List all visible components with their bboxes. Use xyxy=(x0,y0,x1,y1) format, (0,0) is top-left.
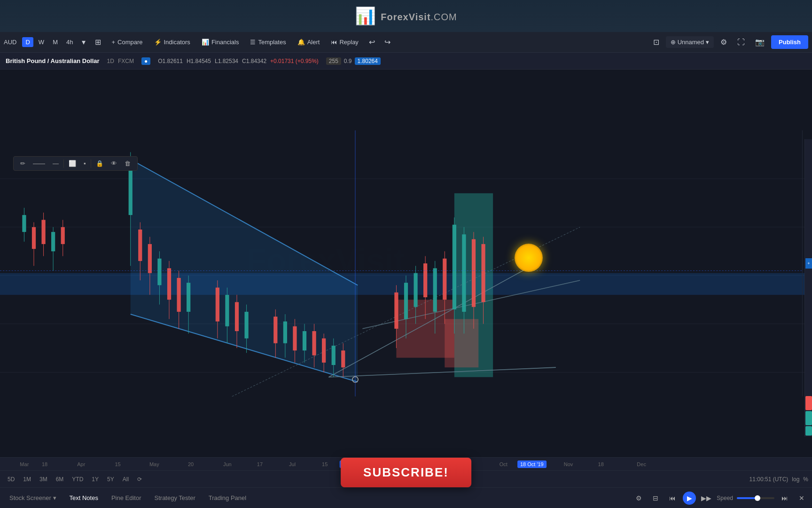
redo-button[interactable]: ↪ xyxy=(381,35,394,49)
tab-stock-screener[interactable]: Stock Screener ▾ xyxy=(4,492,62,504)
tab-strategy-tester[interactable]: Strategy Tester xyxy=(149,492,201,504)
templates-button[interactable]: ☰ Templates xyxy=(245,36,290,48)
svg-rect-34 xyxy=(148,244,152,273)
period-1m[interactable]: 1M xyxy=(19,474,35,484)
time-label-18b: 18 xyxy=(598,461,604,467)
replay-label: Replay xyxy=(339,39,358,46)
lock-button[interactable]: 🔒 xyxy=(93,159,106,168)
unnamed-label: Unnamed xyxy=(678,39,704,46)
layout-icon[interactable]: ⊡ xyxy=(649,35,663,49)
svg-rect-56 xyxy=(293,326,297,350)
financials-button[interactable]: 📊 Financials xyxy=(197,36,244,48)
speed-slider[interactable] xyxy=(737,497,774,499)
chart-icon: 📊 xyxy=(355,6,376,26)
replay-settings-icon[interactable]: ⚙ xyxy=(632,492,645,505)
period-5d[interactable]: 5D xyxy=(4,474,18,484)
compare-button[interactable]: + Compare xyxy=(107,36,147,48)
price-badge-1: 255 xyxy=(326,57,341,65)
toolbar-separator-2 xyxy=(91,159,91,168)
symbol-bar: British Pound / Australian Dollar 1D FXC… xyxy=(0,53,812,70)
svg-rect-20 xyxy=(22,215,26,232)
replay-end-button[interactable]: ⏭ xyxy=(778,492,791,505)
replay-camera-icon[interactable]: ⊟ xyxy=(649,492,662,505)
price-val-2: 0.9 xyxy=(344,58,352,64)
timeframe-4h[interactable]: 4h xyxy=(63,37,76,47)
svg-rect-24 xyxy=(41,220,45,244)
templates-icon: ☰ xyxy=(250,39,256,46)
replay-close-button[interactable]: ✕ xyxy=(795,492,808,505)
toolbar-separator-1 xyxy=(63,159,64,168)
tab-trading-panel[interactable]: Trading Panel xyxy=(203,492,252,504)
tab-pine-editor[interactable]: Pine Editor xyxy=(106,492,147,504)
pair-selector[interactable]: AUD xyxy=(4,39,16,46)
svg-rect-26 xyxy=(51,232,55,251)
change-label: +0.01731 (+0.95%) xyxy=(270,58,319,64)
price-badge-3: 1.80264 xyxy=(355,57,381,65)
time-label-jul: Jul xyxy=(289,461,296,467)
price-bar-teal2 xyxy=(805,426,812,436)
line-style-selector[interactable]: —— xyxy=(30,159,48,168)
subscribe-banner: SUBSCRIBE! xyxy=(341,458,471,487)
timeframe-M[interactable]: M xyxy=(49,37,61,47)
timeframe-D[interactable]: D xyxy=(22,37,33,47)
time-label-15b: 15 xyxy=(322,461,328,467)
replay-play-button[interactable]: ▶ xyxy=(683,492,696,505)
period-ytd[interactable]: YTD xyxy=(68,474,87,484)
publish-button[interactable]: Publish xyxy=(771,35,808,49)
replay-forward-button[interactable]: ▶▶ xyxy=(700,492,713,505)
settings-icon[interactable]: ⚙ xyxy=(717,35,731,49)
period-3m[interactable]: 3M xyxy=(36,474,51,484)
timeframe-dropdown-icon[interactable]: ▾ xyxy=(78,35,89,49)
symbol-name: British Pound / Australian Dollar xyxy=(6,57,100,64)
line-weight-selector[interactable]: — xyxy=(50,159,62,168)
price-bar-teal xyxy=(805,411,812,425)
symbol-details: 1D FXCM xyxy=(107,58,134,64)
svg-rect-84 xyxy=(472,239,476,307)
timeframe-W[interactable]: W xyxy=(35,37,47,47)
layout-icon2: ⊕ xyxy=(671,39,676,46)
financials-label: Financials xyxy=(211,39,239,46)
unnamed-button[interactable]: ⊕ Unnamed ▾ xyxy=(666,36,714,48)
time-label-dec: Dec xyxy=(637,461,646,467)
period-6m[interactable]: 6M xyxy=(52,474,68,484)
main-layout: 📊 ForexVisit.COM AUD D W M 4h ▾ ⊞ + Comp… xyxy=(0,0,812,508)
toolbar-left: AUD D W M 4h ▾ ⊞ + Compare ⚡ Indicators … xyxy=(4,35,649,49)
logo-domain: .COM xyxy=(431,12,457,22)
time-label-jun: Jun xyxy=(223,461,232,467)
indicators-button[interactable]: ⚡ Indicators xyxy=(149,36,195,48)
period-all[interactable]: All xyxy=(119,474,133,484)
chart-area-wrapper: ✏ —— — ⬜ ▪ 🔒 👁 🗑 ForexVisit .COM xyxy=(0,70,812,508)
svg-rect-22 xyxy=(32,227,36,249)
price-level-badge: + xyxy=(805,258,812,269)
fill-selector[interactable]: ▪ xyxy=(81,159,89,168)
visibility-button[interactable]: 👁 xyxy=(108,159,120,168)
replay-rewind-button[interactable]: ⏮ xyxy=(666,492,679,505)
subscribe-button[interactable]: SUBSCRIBE! xyxy=(341,458,471,487)
replay-button[interactable]: ⏮ Replay xyxy=(326,36,363,48)
period-1y[interactable]: 1Y xyxy=(88,474,102,484)
time-label-apr: Apr xyxy=(77,461,85,467)
period-right: 11:00:51 (UTC) log % xyxy=(750,476,808,483)
alert-button[interactable]: 🔔 Alert xyxy=(293,36,325,48)
camera-icon[interactable]: 📷 xyxy=(751,35,768,49)
price-bar-red xyxy=(805,396,812,410)
main-toolbar: AUD D W M 4h ▾ ⊞ + Compare ⚡ Indicators … xyxy=(0,32,812,53)
price-badges: 255 0.9 1.80264 xyxy=(326,57,381,65)
period-replay-icon[interactable]: ⟳ xyxy=(133,474,146,484)
time-label-17: 17 xyxy=(257,461,263,467)
line-tool-button[interactable]: ✏ xyxy=(17,159,28,168)
percent-label: % xyxy=(803,476,808,483)
svg-rect-44 xyxy=(216,287,219,321)
period-5y[interactable]: 5Y xyxy=(103,474,118,484)
fullscreen-icon[interactable]: ⛶ xyxy=(734,36,749,49)
delete-button[interactable]: 🗑 xyxy=(122,159,133,168)
shape-selector[interactable]: ⬜ xyxy=(66,159,79,168)
tab-text-notes[interactable]: Text Notes xyxy=(64,492,104,504)
speed-label: Speed xyxy=(717,495,733,501)
svg-rect-52 xyxy=(273,317,277,343)
svg-rect-50 xyxy=(244,312,248,339)
bar-type-icon[interactable]: ⊞ xyxy=(91,35,105,49)
undo-button[interactable]: ↩ xyxy=(365,35,379,49)
time-label-mar: Mar xyxy=(20,461,29,467)
time-label-nov: Nov xyxy=(564,461,573,467)
